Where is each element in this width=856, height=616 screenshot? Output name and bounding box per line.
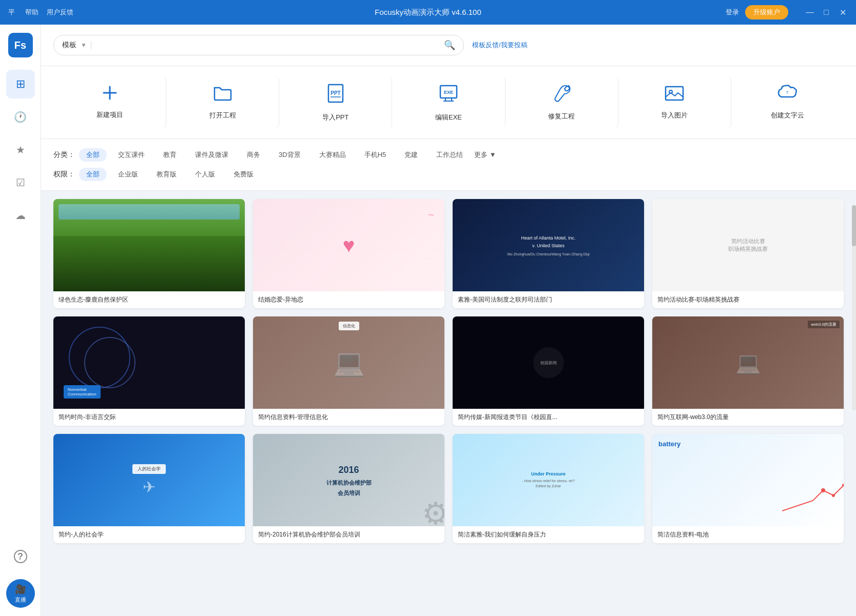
template-thumb-4: 简约活动比赛职场精英挑战赛 [652,199,844,291]
search-dropdown-icon[interactable]: ▼ [81,42,87,49]
filter-free[interactable]: 免费版 [226,168,261,181]
sidebar-item-home[interactable]: ⊞ [6,70,35,98]
filter-party[interactable]: 党建 [397,148,425,162]
template-feedback-link[interactable]: 模板反馈/我要投稿 [472,41,528,50]
template-card-4[interactable]: 简约活动比赛职场精英挑战赛 简约活动比赛-职场精英挑战赛 [652,199,844,308]
login-button[interactable]: 登录 [726,8,739,17]
template-title-12: 简洁信息资料-电池 [652,526,844,543]
filter-all-permission[interactable]: 全部 [79,168,107,181]
category-label: 分类： [53,150,75,160]
template-card-12[interactable]: battery 简洁信息资料-电池 [652,434,844,543]
home-icon: ⊞ [16,77,25,91]
live-button[interactable]: 🎥 直播 [6,579,35,608]
content-area: 模板 ▼ 🔍 模板反馈/我要投稿 新建项目 [41,25,856,616]
menu-feedback[interactable]: 用户反馈 [47,8,73,17]
template-card-10[interactable]: 2016 计算机协会维护部 会员培训 ⚙ 简约-2016计算机协会维护部会员培训 [253,434,444,543]
word-cloud-label: 创建文字云 [771,111,804,120]
new-project-icon [100,83,120,106]
category-filter-row: 分类： 全部 交互课件 教育 课件及微课 商务 3D背景 大赛精品 手机H5 党… [53,145,844,165]
template-title-2: 结婚恋爱-异地恋 [253,291,444,308]
template-title-3: 素雅-美国司法制度之联邦司法部门 [453,291,644,308]
template-title-6: 简约信息资料-管理信息化 [253,409,444,426]
template-card-2[interactable]: ♥ ~ 结婚恋爱-异地恋 [253,199,444,308]
template-thumb-2: ♥ ~ [253,199,444,291]
minimize-button[interactable]: — [805,7,815,17]
titlebar-title: Focusky动画演示大师 v4.6.100 [375,8,481,17]
filter-3d[interactable]: 3D背景 [271,148,308,162]
filter-edu-version[interactable]: 教育版 [149,168,184,181]
action-import-img[interactable]: 导入图片 [618,76,731,128]
template-card-11[interactable]: Under Pressure - How stress relief for s… [453,434,644,543]
word-cloud-icon: T [776,83,798,107]
template-card-7[interactable]: 校园新闻 简约传媒-新闻报道类节目《校园直... [453,316,644,426]
maximize-button[interactable]: □ [821,7,831,17]
template-title-1: 绿色生态-麋鹿自然保护区 [53,291,245,308]
filter-courseware[interactable]: 课件及微课 [188,148,236,162]
titlebar: 平 帮助 用户反馈 Focusky动画演示大师 v4.6.100 登录 升级账户… [0,0,856,25]
window-controls: — □ ✕ [805,7,848,17]
template-thumb-11: Under Pressure - How stress relief for s… [453,434,644,526]
svg-text:PPT: PPT [330,90,340,96]
repair-label: 修复工程 [548,112,575,121]
action-import-ppt[interactable]: PPT 导入PPT [279,76,392,128]
search-icon[interactable]: 🔍 [444,39,455,51]
filter-work[interactable]: 工作总结 [429,148,470,162]
close-button[interactable]: ✕ [838,7,848,17]
template-thumb-7: 校园新闻 [453,316,644,409]
template-title-11: 简洁素雅-我们如何缓解自身压力 [453,526,644,543]
filter-education[interactable]: 教育 [156,148,184,162]
filter-business[interactable]: 商务 [240,148,267,162]
live-camera-icon: 🎥 [15,584,26,595]
sidebar-item-task[interactable]: ☑ [6,168,35,197]
template-card-5[interactable]: NonverbalCommunication 简约时尚-非语言交际 [53,316,245,426]
sidebar-item-recent[interactable]: 🕐 [6,103,35,131]
upgrade-button[interactable]: 升级账户 [745,5,788,19]
sidebar-item-help[interactable]: ? [6,542,35,571]
filter-contest[interactable]: 大赛精品 [312,148,353,162]
action-word-cloud[interactable]: T 创建文字云 [731,76,844,128]
search-input[interactable] [95,41,444,49]
template-thumb-5: NonverbalCommunication [53,316,245,409]
filter-mobile[interactable]: 手机H5 [357,148,394,162]
recent-icon: 🕐 [14,111,27,123]
template-thumb-1 [53,199,245,291]
import-ppt-label: 导入PPT [322,113,348,122]
sidebar-item-cloud[interactable]: ☁ [6,201,35,230]
permission-label: 权限： [53,170,75,179]
menu-help[interactable]: 帮助 [25,8,38,17]
action-new[interactable]: 新建项目 [53,76,166,128]
svg-text:T: T [786,90,789,95]
filter-more[interactable]: 更多 ▼ [474,150,496,160]
edit-exe-label: 编辑EXE [435,113,462,122]
filter-interactive[interactable]: 交互课件 [111,148,152,162]
filter-all-category[interactable]: 全部 [79,148,107,162]
filter-enterprise[interactable]: 企业版 [111,168,145,181]
template-grid: 绿色生态-麋鹿自然保护区 ♥ ~ 结婚恋爱-异地恋 [53,199,844,543]
open-project-icon [212,83,233,107]
sidebar-item-star[interactable]: ★ [6,135,35,164]
template-card-8[interactable]: web3.0的流量 💻 简约互联网-web3.0的流量 [652,316,844,426]
template-card-3[interactable]: Heart of Atlanta Motel, Inc.v. United St… [453,199,644,308]
svg-point-13 [821,488,825,492]
template-title-9: 简约-人的社会学 [53,526,245,543]
filter-personal[interactable]: 个人版 [188,168,222,181]
action-open[interactable]: 打开工程 [166,76,279,128]
template-title-8: 简约互联网-web3.0的流量 [652,409,844,426]
live-label: 直播 [15,596,26,604]
import-img-icon [664,83,685,107]
search-box[interactable]: 模板 ▼ 🔍 [53,35,464,55]
template-thumb-9: 人的社会学 ✈ [53,434,245,526]
template-card-6[interactable]: 信息化 💻 简约信息资料-管理信息化 [253,316,444,426]
action-edit-exe[interactable]: EXE 编辑EXE [392,76,505,128]
sidebar: Fs ⊞ 🕐 ★ ☑ ☁ ? 🎥 直播 [0,25,41,616]
template-card-9[interactable]: 人的社会学 ✈ 简约-人的社会学 [53,434,245,543]
new-project-label: 新建项目 [96,110,123,120]
template-card-1[interactable]: 绿色生态-麋鹿自然保护区 [53,199,245,308]
template-title-4: 简约活动比赛-职场精英挑战赛 [652,291,844,308]
action-repair[interactable]: 修复工程 [505,76,618,128]
template-title-7: 简约传媒-新闻报道类节目《校园直... [453,409,644,426]
star-icon: ★ [16,144,25,156]
template-thumb-12: battery [652,434,844,526]
search-type: 模板 [62,41,76,50]
template-thumb-3: Heart of Atlanta Motel, Inc.v. United St… [453,199,644,291]
